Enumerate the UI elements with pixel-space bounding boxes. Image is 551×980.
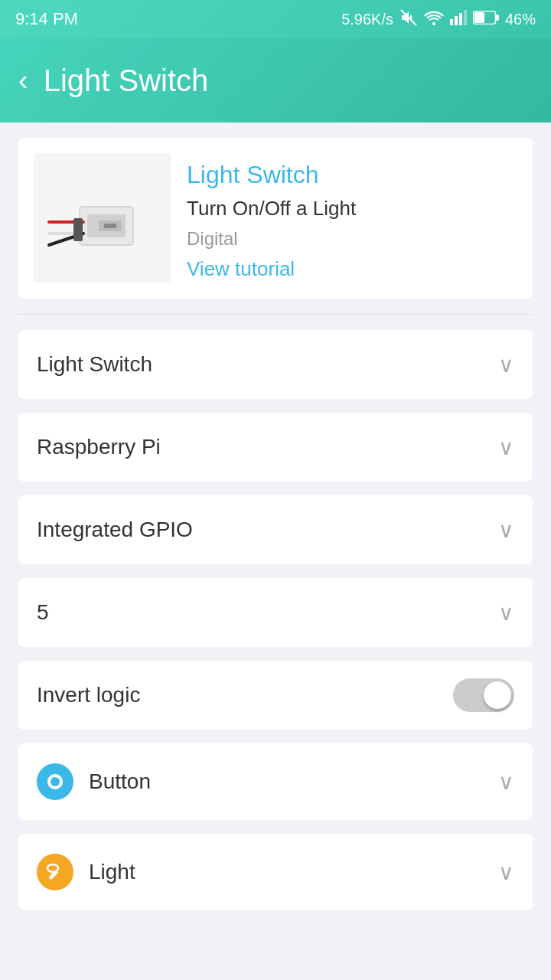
content-area: Light Switch Turn On/Off a Light Digital…: [0, 122, 551, 980]
svg-rect-14: [73, 218, 83, 241]
svg-rect-7: [474, 12, 484, 23]
name-row[interactable]: Light Switch ∨: [18, 330, 533, 399]
pin-chevron-icon: ∨: [498, 600, 514, 626]
signal-icon: [450, 10, 467, 29]
battery-percent: 46%: [505, 11, 536, 28]
status-right: 5.96K/s: [341, 8, 536, 31]
info-details: Light Switch Turn On/Off a Light Digital…: [187, 153, 517, 283]
svg-rect-3: [455, 16, 458, 25]
network-speed: 5.96K/s: [341, 11, 393, 28]
component-name: Light Switch: [187, 161, 517, 189]
svg-rect-5: [464, 10, 467, 25]
light-row-left: Light: [37, 854, 135, 890]
mute-icon: [399, 8, 418, 31]
section-divider: [18, 314, 533, 315]
button-row[interactable]: Button ∨: [18, 743, 533, 820]
invert-logic-row: Invert logic: [18, 661, 533, 730]
info-card: Light Switch Turn On/Off a Light Digital…: [18, 138, 533, 299]
button-icon: [37, 763, 73, 800]
app-header: ‹ Light Switch: [0, 38, 551, 122]
svg-rect-16: [104, 224, 116, 228]
header-title: Light Switch: [44, 64, 209, 98]
svg-point-1: [432, 22, 435, 25]
toggle-knob: [484, 681, 511, 709]
button-label: Button: [89, 769, 151, 794]
status-bar: 9:14 PM 5.96K/s: [0, 0, 551, 38]
name-chevron-icon: ∨: [498, 352, 514, 377]
component-description: Turn On/Off a Light: [187, 197, 517, 220]
interface-chevron-icon: ∨: [498, 518, 514, 543]
status-time: 9:14 PM: [15, 9, 78, 29]
pin-label: 5: [37, 600, 49, 625]
name-label: Light Switch: [37, 352, 152, 377]
light-row[interactable]: Light ∨: [18, 834, 533, 910]
svg-rect-8: [496, 15, 499, 21]
svg-rect-4: [459, 13, 462, 25]
button-chevron-icon: ∨: [498, 769, 514, 795]
light-icon: [37, 854, 73, 890]
svg-point-18: [51, 777, 60, 786]
invert-logic-toggle[interactable]: [453, 678, 514, 712]
device-row[interactable]: Raspberry Pi ∨: [18, 413, 533, 482]
invert-logic-label: Invert logic: [37, 683, 140, 707]
device-chevron-icon: ∨: [498, 435, 514, 460]
interface-label: Integrated GPIO: [37, 518, 193, 542]
button-row-left: Button: [37, 763, 151, 800]
wifi-icon: [424, 10, 444, 29]
view-tutorial-link[interactable]: View tutorial: [187, 257, 517, 281]
light-chevron-icon: ∨: [498, 860, 514, 885]
component-image: [34, 153, 171, 283]
light-label: Light: [89, 860, 135, 884]
back-button[interactable]: ‹: [18, 64, 28, 97]
device-label: Raspberry Pi: [37, 435, 161, 459]
svg-rect-2: [450, 19, 453, 25]
pin-row[interactable]: 5 ∨: [18, 578, 533, 647]
battery-icon: [473, 11, 499, 28]
form-section: Light Switch ∨ Raspberry Pi ∨ Integrated…: [18, 330, 533, 910]
interface-row[interactable]: Integrated GPIO ∨: [18, 495, 533, 564]
component-type: Digital: [187, 228, 517, 250]
